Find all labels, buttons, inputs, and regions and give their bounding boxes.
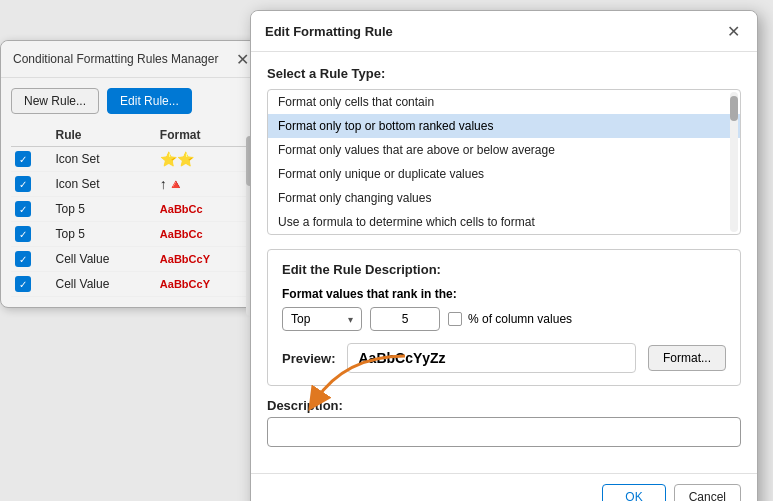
percent-checkbox-container: % of column values <box>448 312 572 326</box>
bg-window-close-button[interactable]: ✕ <box>232 49 252 69</box>
rule-type-section-label: Select a Rule Type: <box>267 66 741 81</box>
rule-type-item-item5[interactable]: Format only changing values <box>268 186 740 210</box>
row-format: AaBbCcY <box>156 247 254 272</box>
row-checkbox[interactable]: ✓ <box>11 222 52 247</box>
row-format: ⭐⭐ <box>156 147 254 172</box>
row-rule: Cell Value <box>52 272 156 297</box>
preview-row: Preview: AaBbCcYyZz Format... <box>282 343 726 373</box>
dialog-title: Edit Formatting Rule <box>265 24 393 39</box>
row-rule: Top 5 <box>52 197 156 222</box>
rank-position-value: Top <box>291 312 310 326</box>
description-field-label: Description: <box>267 398 741 413</box>
rule-type-item-item1[interactable]: Format only cells that contain <box>268 90 740 114</box>
row-rule: Top 5 <box>52 222 156 247</box>
preview-value: AaBbCcYyZz <box>347 343 636 373</box>
rule-type-item-item6[interactable]: Use a formula to determine which cells t… <box>268 210 740 234</box>
table-row: ✓ Top 5 AaBbCc <box>11 222 254 247</box>
rank-value-input[interactable] <box>370 307 440 331</box>
bg-window: Conditional Formatting Rules Manager ✕ N… <box>0 40 265 308</box>
rank-section-label: Format values that rank in the: <box>282 287 726 301</box>
bg-window-title-bar: Conditional Formatting Rules Manager ✕ <box>1 41 264 78</box>
table-row: ✓ Icon Set ↑🔺 <box>11 172 254 197</box>
row-format: AaBbCcY <box>156 272 254 297</box>
check-icon: ✓ <box>15 226 31 242</box>
preview-label: Preview: <box>282 351 335 366</box>
row-rule: Cell Value <box>52 247 156 272</box>
rank-position-select[interactable]: Top ▾ <box>282 307 362 331</box>
description-input[interactable] <box>267 417 741 447</box>
dialog-body: Select a Rule Type: Format only cells th… <box>251 52 757 473</box>
ok-button[interactable]: OK <box>602 484 665 501</box>
row-checkbox[interactable]: ✓ <box>11 147 52 172</box>
rule-type-item-item2[interactable]: Format only top or bottom ranked values <box>268 114 740 138</box>
col-rule: Rule <box>52 124 156 147</box>
check-icon: ✓ <box>15 176 31 192</box>
table-row: ✓ Top 5 AaBbCc <box>11 197 254 222</box>
check-icon: ✓ <box>15 251 31 267</box>
rule-type-scrollbar[interactable] <box>730 92 738 232</box>
rank-select-chevron-icon: ▾ <box>348 314 353 325</box>
table-row: ✓ Icon Set ⭐⭐ <box>11 147 254 172</box>
row-rule: Icon Set <box>52 172 156 197</box>
check-icon: ✓ <box>15 151 31 167</box>
table-row: ✓ Cell Value AaBbCcY <box>11 247 254 272</box>
dialog-footer: OK Cancel <box>251 473 757 501</box>
rule-type-list: Format only cells that containFormat onl… <box>267 89 741 235</box>
row-checkbox[interactable]: ✓ <box>11 197 52 222</box>
row-format: AaBbCc <box>156 222 254 247</box>
row-checkbox[interactable]: ✓ <box>11 172 52 197</box>
col-format: Format <box>156 124 254 147</box>
edit-rule-button[interactable]: Edit Rule... <box>107 88 192 114</box>
check-icon: ✓ <box>15 276 31 292</box>
description-section: Edit the Rule Description: Format values… <box>267 249 741 386</box>
table-row: ✓ Cell Value AaBbCcY <box>11 272 254 297</box>
percent-label: % of column values <box>468 312 572 326</box>
row-checkbox[interactable]: ✓ <box>11 272 52 297</box>
format-button[interactable]: Format... <box>648 345 726 371</box>
rule-type-item-item4[interactable]: Format only unique or duplicate values <box>268 162 740 186</box>
edit-formatting-rule-dialog: Edit Formatting Rule ✕ Select a Rule Typ… <box>250 10 758 501</box>
new-rule-button[interactable]: New Rule... <box>11 88 99 114</box>
rules-table: Rule Format ✓ Icon Set ⭐⭐ ✓ Icon Set ↑🔺 … <box>11 124 254 297</box>
bg-window-title-text: Conditional Formatting Rules Manager <box>13 52 218 66</box>
bg-window-body: New Rule... Edit Rule... Rule Format ✓ I… <box>1 78 264 307</box>
dialog-close-button[interactable]: ✕ <box>723 21 743 41</box>
description-field-row: Description: <box>267 398 741 447</box>
check-icon: ✓ <box>15 201 31 217</box>
rule-type-item-item3[interactable]: Format only values that are above or bel… <box>268 138 740 162</box>
row-checkbox[interactable]: ✓ <box>11 247 52 272</box>
rule-type-scrollbar-thumb <box>730 96 738 121</box>
dialog-title-bar: Edit Formatting Rule ✕ <box>251 11 757 52</box>
cancel-button[interactable]: Cancel <box>674 484 741 501</box>
description-section-title: Edit the Rule Description: <box>282 262 726 277</box>
row-format: AaBbCc <box>156 197 254 222</box>
percent-checkbox[interactable] <box>448 312 462 326</box>
bg-toolbar: New Rule... Edit Rule... <box>11 88 254 114</box>
row-rule: Icon Set <box>52 147 156 172</box>
rank-row: Top ▾ % of column values <box>282 307 726 331</box>
col-check <box>11 124 52 147</box>
row-format: ↑🔺 <box>156 172 254 197</box>
